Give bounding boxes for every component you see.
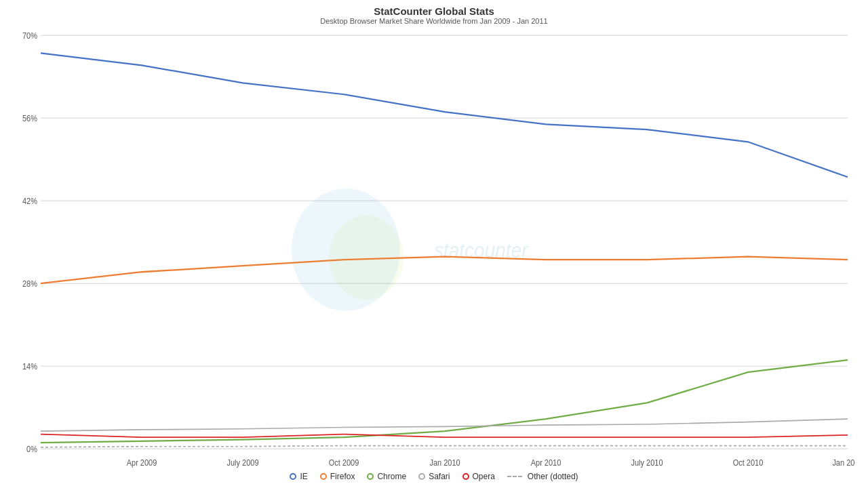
opera-legend-icon	[462, 473, 469, 480]
safari-legend-icon	[418, 473, 425, 480]
legend: IE Firefox Chrome Safari Opera Other (do…	[290, 472, 578, 481]
chart-subtitle: Desktop Browser Market Share Worldwide f…	[320, 17, 547, 25]
x-label-jan2010: Jan 2010	[429, 458, 460, 467]
x-label-oct2010: Oct 2010	[733, 458, 764, 467]
y-label-70: 70%	[22, 30, 37, 40]
safari-line	[41, 419, 848, 431]
other-legend-icon	[507, 476, 522, 477]
y-label-56: 56%	[22, 113, 37, 123]
ie-legend-icon	[290, 473, 296, 480]
y-label-14: 14%	[22, 361, 37, 371]
legend-opera: Opera	[462, 472, 495, 481]
x-label-apr2010: Apr 2010	[531, 458, 561, 467]
x-label-apr2009: Apr 2009	[127, 458, 157, 467]
chrome-line	[41, 360, 848, 443]
safari-legend-label: Safari	[429, 472, 450, 481]
y-label-42: 42%	[22, 196, 37, 205]
legend-other: Other (dotted)	[507, 472, 578, 481]
opera-line	[41, 434, 848, 438]
chart-container: StatCounter Global Stats Desktop Browser…	[0, 0, 868, 488]
x-label-jan2011: Jan 2011	[832, 458, 854, 467]
opera-legend-label: Opera	[473, 472, 495, 481]
legend-ie: IE	[290, 472, 307, 481]
firefox-legend-icon	[320, 473, 327, 480]
legend-firefox: Firefox	[320, 472, 355, 481]
y-label-28: 28%	[22, 279, 37, 288]
firefox-legend-label: Firefox	[330, 472, 355, 481]
other-legend-label: Other (dotted)	[528, 472, 578, 481]
y-label-0: 0%	[26, 444, 37, 453]
other-line	[41, 446, 848, 447]
legend-safari: Safari	[418, 472, 450, 481]
ie-legend-label: IE	[300, 472, 307, 481]
chrome-legend-icon	[367, 473, 374, 480]
x-label-oct2009: Oct 2009	[329, 458, 359, 467]
ie-line	[41, 53, 848, 177]
chart-area: 70% 56% 42% 28% 14% 0% Apr 2009 July 200…	[14, 28, 854, 472]
chart-title: StatCounter Global Stats	[374, 5, 494, 17]
x-label-jul2010: July 2010	[631, 458, 663, 467]
chrome-legend-label: Chrome	[377, 472, 406, 481]
x-label-jul2009: July 2009	[226, 458, 258, 467]
watermark-circle-green	[329, 216, 403, 300]
main-chart-svg: 70% 56% 42% 28% 14% 0% Apr 2009 July 200…	[14, 28, 854, 472]
legend-chrome: Chrome	[367, 472, 406, 481]
